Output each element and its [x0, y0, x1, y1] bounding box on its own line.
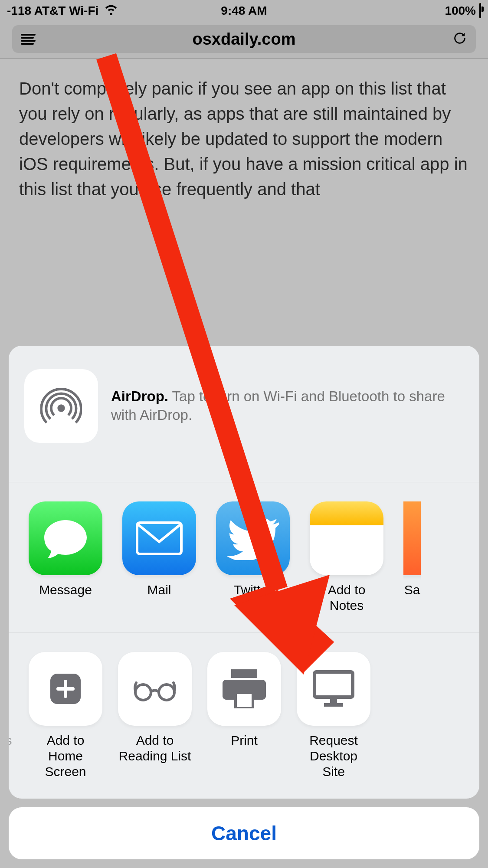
svg-rect-1: [137, 523, 181, 554]
action-label: Add to Reading List: [119, 733, 191, 764]
svg-point-3: [135, 685, 151, 700]
twitter-icon: [216, 501, 290, 575]
action-reading-list[interactable]: Add to Reading List: [118, 652, 192, 780]
app-label: Message: [39, 582, 92, 598]
app-label: Twitter: [234, 582, 272, 598]
share-app-message[interactable]: Message: [29, 501, 102, 613]
svg-point-0: [59, 406, 64, 411]
svg-point-4: [159, 685, 174, 700]
reading-list-icon: [118, 652, 192, 726]
notes-icon: [310, 501, 383, 575]
add-home-icon: [29, 652, 102, 726]
desktop-icon: [297, 652, 370, 726]
share-apps-row: Message Mail Twitter Add to Notes: [9, 482, 479, 633]
app-label: Add to Notes: [310, 582, 383, 613]
svg-rect-8: [324, 703, 343, 707]
share-app-mail[interactable]: Mail: [122, 501, 196, 613]
share-actions-row: s Add to Home Screen Add to Reading List…: [9, 633, 479, 799]
action-label: Request Desktop Site: [297, 733, 370, 780]
action-add-home-screen[interactable]: Add to Home Screen: [29, 652, 102, 780]
svg-rect-5: [236, 693, 253, 708]
airdrop-text: AirDrop. Tap to turn on Wi-Fi and Blueto…: [111, 387, 464, 425]
cancel-button[interactable]: Cancel: [9, 807, 479, 859]
share-app-safari-reading[interactable]: Sa: [403, 501, 421, 613]
safari-icon: [403, 501, 421, 575]
action-overflow-left: s: [9, 652, 13, 780]
share-app-notes[interactable]: Add to Notes: [310, 501, 383, 613]
action-label: Add to Home Screen: [29, 733, 102, 780]
mail-icon: [122, 501, 196, 575]
airdrop-row[interactable]: AirDrop. Tap to turn on Wi-Fi and Blueto…: [9, 346, 479, 482]
airdrop-icon: [24, 369, 98, 443]
app-label: Sa: [404, 582, 420, 598]
svg-rect-6: [314, 672, 353, 697]
action-print[interactable]: Print: [207, 652, 281, 780]
share-app-twitter[interactable]: Twitter: [216, 501, 290, 613]
action-label: Print: [231, 733, 258, 748]
app-label: Mail: [147, 582, 171, 598]
action-request-desktop[interactable]: Request Desktop Site: [297, 652, 370, 780]
svg-rect-7: [330, 697, 337, 703]
print-icon: [207, 652, 281, 726]
message-icon: [29, 501, 102, 575]
share-sheet: AirDrop. Tap to turn on Wi-Fi and Blueto…: [9, 346, 479, 859]
